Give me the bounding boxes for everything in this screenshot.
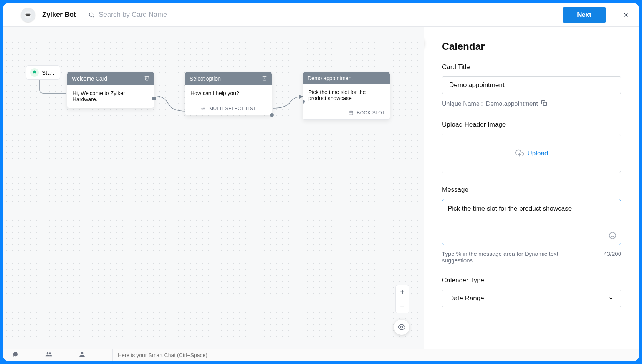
card-title-label: Card Title <box>442 63 621 71</box>
rocket-icon <box>30 68 39 77</box>
zoom-controls: + − <box>395 285 409 313</box>
card-demo-appointment[interactable]: Demo appointment Pick the time slot for … <box>303 72 390 120</box>
card-action: MULTI SELECT LIST <box>185 102 272 115</box>
card-title: Welcome Card <box>72 76 107 82</box>
search-input[interactable] <box>99 11 250 19</box>
delete-card-button[interactable] <box>262 75 267 82</box>
group-icon[interactable] <box>45 351 52 359</box>
calendar-icon <box>348 110 354 115</box>
smile-icon <box>609 232 616 239</box>
panel-heading: Calendar <box>442 41 621 53</box>
message-input[interactable] <box>448 205 616 228</box>
bot-name: Zylker Bot <box>42 11 76 19</box>
message-label: Message <box>442 186 621 194</box>
bottom-bar <box>3 349 639 361</box>
user-icon[interactable] <box>79 351 85 359</box>
cloud-upload-icon <box>515 149 524 158</box>
eye-icon <box>398 323 405 331</box>
card-title-input[interactable] <box>442 76 621 94</box>
flow-canvas[interactable]: Start Welcome Card Hi, Welcome to Zylker… <box>3 27 424 349</box>
svg-point-2 <box>26 14 27 15</box>
close-icon <box>622 12 629 18</box>
bot-avatar <box>21 8 35 22</box>
svg-point-3 <box>29 14 30 15</box>
topbar: Zylker Bot Next <box>3 3 639 27</box>
upload-header-label: Upload Header Image <box>442 121 621 128</box>
start-label: Start <box>42 69 54 76</box>
char-count: 43/200 <box>604 250 621 264</box>
output-port[interactable] <box>152 97 156 100</box>
upload-label: Upload <box>528 150 548 157</box>
message-hint: Type % in the message area for Dynamic t… <box>442 250 569 264</box>
preview-button[interactable] <box>394 320 409 335</box>
calendar-type-label: Calender Type <box>442 277 621 284</box>
card-select-option[interactable]: Select option How can I help you? MULTI … <box>185 72 272 115</box>
card-body: How can I help you? <box>185 85 272 102</box>
unique-name: Unique Name : Demo.appointment <box>442 100 621 108</box>
upload-dropzone[interactable]: Upload <box>442 134 621 173</box>
trash-icon <box>262 75 267 81</box>
svg-rect-11 <box>349 111 353 115</box>
search-icon <box>88 12 95 18</box>
calendar-type-select[interactable]: Date Range <box>442 290 621 307</box>
chat-icon[interactable] <box>12 351 18 359</box>
message-box <box>442 199 621 245</box>
svg-line-5 <box>93 16 94 17</box>
smart-chat-input[interactable] <box>118 352 639 358</box>
properties-panel: Calendar Card Title Unique Name : Demo.a… <box>424 27 639 349</box>
svg-point-4 <box>89 13 93 16</box>
card-action: BOOK SLOT <box>303 106 390 119</box>
emoji-button[interactable] <box>609 232 616 241</box>
card-title: Demo appointment <box>308 75 353 81</box>
copy-icon <box>541 100 547 106</box>
card-welcome[interactable]: Welcome Card Hi, Welcome to Zylker Hardw… <box>67 72 154 108</box>
copy-button[interactable] <box>541 100 547 108</box>
svg-point-19 <box>609 232 616 239</box>
list-icon <box>201 106 206 111</box>
chevron-down-icon <box>608 295 614 301</box>
next-button[interactable]: Next <box>563 7 606 23</box>
output-port[interactable] <box>270 113 274 117</box>
card-body: Hi, Welcome to Zylker Hardware. <box>67 85 154 108</box>
zoom-out-button[interactable]: − <box>396 299 409 313</box>
card-body: Pick the time slot for the product showc… <box>303 84 390 106</box>
search-wrap[interactable] <box>88 11 250 19</box>
zoom-in-button[interactable]: + <box>396 285 409 299</box>
svg-point-15 <box>401 326 403 328</box>
start-node[interactable]: Start <box>26 65 60 80</box>
delete-card-button[interactable] <box>144 75 149 82</box>
trash-icon <box>144 75 149 81</box>
card-title: Select option <box>190 76 221 82</box>
svg-rect-18 <box>543 102 547 106</box>
close-button[interactable] <box>620 10 631 20</box>
panel-close-button[interactable] <box>424 36 424 50</box>
